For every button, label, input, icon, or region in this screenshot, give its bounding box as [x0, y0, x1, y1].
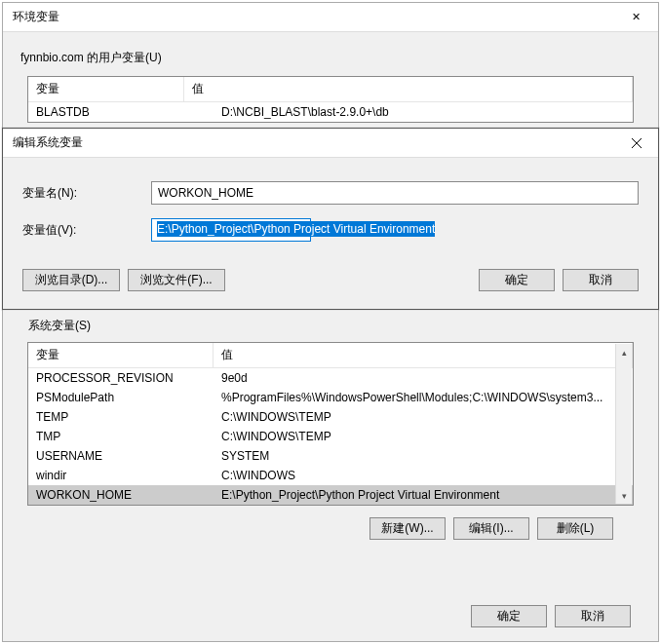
edit-dialog-buttons: 浏览目录(D)... 浏览文件(F)... 确定 取消: [3, 263, 658, 309]
cell-variable: windir: [28, 466, 214, 485]
value-row: 变量值(V): E:\Python_Project\Python Project…: [22, 218, 639, 242]
cell-value: C:\WINDOWS\TEMP: [214, 427, 633, 446]
edit-dialog-title: 编辑系统变量: [13, 134, 614, 151]
spacer: [233, 269, 471, 291]
edit-ok-button[interactable]: 确定: [479, 269, 555, 291]
browse-file-button[interactable]: 浏览文件(F)...: [128, 269, 225, 291]
cell-variable: PROCESSOR_REVISION: [28, 368, 214, 388]
cell-variable: BLASTDB: [28, 102, 214, 122]
table-row[interactable]: WORKON_HOMEE:\Python_Project\Python Proj…: [28, 485, 633, 505]
cell-value: C:\WINDOWS: [214, 466, 633, 485]
main-dialog-buttons: 确定 取消: [471, 605, 631, 627]
table-row[interactable]: USERNAMESYSTEM: [28, 446, 633, 466]
system-vars-table[interactable]: 变量 值 PROCESSOR_REVISION9e0dPSModulePath%…: [27, 342, 634, 506]
variable-value-input-wrap: E:\Python_Project\Python Project Virtual…: [151, 218, 639, 242]
edit-form: 变量名(N): 变量值(V): E:\Python_Project\Python…: [3, 158, 658, 263]
cell-variable: WORKON_HOME: [28, 485, 214, 505]
scrollbar[interactable]: ▴ ▾: [615, 344, 632, 504]
cell-value: 9e0d: [214, 368, 633, 388]
scroll-down-icon[interactable]: ▾: [616, 487, 632, 504]
edit-dialog-titlebar: 编辑系统变量: [3, 129, 658, 158]
main-titlebar: 环境变量 ✕: [3, 3, 658, 32]
col-variable[interactable]: 变量: [28, 77, 184, 101]
user-table-header: 变量 值: [28, 77, 633, 102]
main-close-button[interactable]: ✕: [614, 3, 658, 32]
col-value[interactable]: 值: [214, 343, 633, 367]
cell-variable: PSModulePath: [28, 388, 214, 407]
user-vars-table[interactable]: 变量 值 BLASTDB D:\NCBI_BLAST\blast-2.9.0+\…: [27, 76, 634, 123]
edit-cancel-button[interactable]: 取消: [563, 269, 639, 291]
variable-name-input[interactable]: [151, 181, 639, 205]
cell-value: C:\WINDOWS\TEMP: [214, 407, 633, 427]
name-row: 变量名(N):: [22, 181, 639, 205]
close-icon: [632, 138, 642, 148]
main-window-title: 环境变量: [13, 9, 614, 25]
table-row[interactable]: BLASTDB D:\NCBI_BLAST\blast-2.9.0+\db: [28, 102, 633, 122]
variable-name-label: 变量名(N):: [22, 185, 151, 202]
edit-dialog-close-button[interactable]: [614, 129, 658, 158]
delete-system-var-button[interactable]: 删除(L): [537, 517, 613, 540]
system-buttons-row: 新建(W)... 编辑(I)... 删除(L): [20, 517, 641, 553]
cell-value: D:\NCBI_BLAST\blast-2.9.0+\db: [214, 102, 633, 122]
system-table-header: 变量 值: [28, 343, 633, 368]
system-vars-label: 系统变量(S): [20, 318, 641, 334]
scroll-up-icon[interactable]: ▴: [616, 344, 632, 360]
cell-variable: TMP: [28, 427, 214, 446]
main-ok-button[interactable]: 确定: [471, 605, 547, 627]
table-row[interactable]: TEMPC:\WINDOWS\TEMP: [28, 407, 633, 427]
cell-variable: USERNAME: [28, 446, 214, 466]
cell-value: %ProgramFiles%\WindowsPowerShell\Modules…: [214, 388, 633, 407]
cell-variable: TEMP: [28, 407, 214, 427]
cell-value: E:\Python_Project\Python Project Virtual…: [214, 485, 633, 505]
table-row[interactable]: PROCESSOR_REVISION9e0d: [28, 368, 633, 388]
system-table-body: PROCESSOR_REVISION9e0dPSModulePath%Progr…: [28, 368, 633, 505]
variable-value-input[interactable]: [151, 218, 311, 242]
edit-system-variable-dialog: 编辑系统变量 变量名(N): 变量值(V): E:\Python_Project…: [2, 128, 659, 310]
close-icon: ✕: [632, 11, 641, 23]
table-row[interactable]: windirC:\WINDOWS: [28, 466, 633, 485]
cell-value: SYSTEM: [214, 446, 633, 466]
table-row[interactable]: TMPC:\WINDOWS\TEMP: [28, 427, 633, 446]
variable-value-label: 变量值(V):: [22, 222, 151, 239]
browse-directory-button[interactable]: 浏览目录(D)...: [22, 269, 120, 291]
main-cancel-button[interactable]: 取消: [555, 605, 631, 627]
env-vars-window: 环境变量 ✕ fynnbio.com 的用户变量(U) 变量 值 BLASTDB…: [2, 2, 659, 642]
table-row[interactable]: PSModulePath%ProgramFiles%\WindowsPowerS…: [28, 388, 633, 407]
system-vars-section: 系统变量(S) 变量 值 PROCESSOR_REVISION9e0dPSMod…: [20, 318, 641, 553]
user-table-body: BLASTDB D:\NCBI_BLAST\blast-2.9.0+\db: [28, 102, 633, 122]
col-value[interactable]: 值: [184, 77, 633, 101]
col-variable[interactable]: 变量: [28, 343, 214, 367]
edit-system-var-button[interactable]: 编辑(I)...: [453, 517, 529, 540]
new-system-var-button[interactable]: 新建(W)...: [369, 517, 446, 540]
user-vars-label: fynnbio.com 的用户变量(U): [20, 50, 641, 66]
